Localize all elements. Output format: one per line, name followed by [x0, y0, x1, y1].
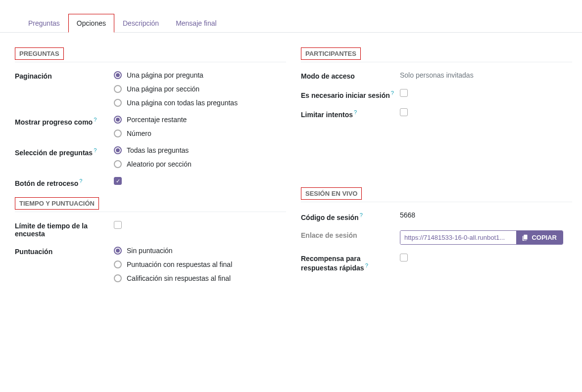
radio-label: Aleatorio por sección [127, 160, 192, 168]
tab-options[interactable]: Opciones [68, 14, 114, 33]
radio-icon [114, 261, 122, 268]
radio-icon [114, 116, 122, 124]
label-time-limit: Límite de tiempo de la encuesta [15, 221, 114, 238]
radio-pagination-per-question[interactable]: Una página por pregunta [114, 71, 286, 79]
label-login-required: Es necesario iniciar sesión? [301, 89, 400, 99]
left-column: PREGUNTAS Paginación Una página por preg… [15, 47, 286, 291]
checkbox-fast-reward[interactable] [400, 254, 408, 261]
field-access-mode: Modo de acceso Solo personas invitadas [301, 71, 572, 80]
session-link-input[interactable] [400, 231, 516, 244]
section-title-time-scoring: TIEMPO Y PUNTUACIÓN [15, 197, 99, 210]
radio-scoring-with-answers[interactable]: Puntuación con respuestas al final [114, 261, 286, 268]
section-live-session: SESIÓN EN VIVO Código de sesión? 5668 En… [301, 187, 572, 271]
help-icon[interactable]: ? [391, 90, 394, 96]
help-icon[interactable]: ? [94, 147, 97, 153]
copy-button-label: COPIAR [532, 234, 557, 241]
tabs-bar: Preguntas Opciones Descripción Mensaje f… [0, 0, 582, 33]
section-title-live-session: SESIÓN EN VIVO [301, 187, 362, 200]
help-icon[interactable]: ? [79, 178, 82, 184]
radio-progress-number[interactable]: Número [114, 130, 286, 137]
field-time-limit: Límite de tiempo de la encuesta [15, 221, 286, 238]
label-progress: Mostrar progreso como? [15, 116, 114, 126]
divider [15, 212, 286, 212]
copy-icon [522, 234, 529, 241]
radio-label: Una página con todas las preguntas [127, 99, 238, 107]
radio-scoring-none[interactable]: Sin puntuación [114, 247, 286, 255]
radio-label: Calificación sin respuestas al final [127, 274, 231, 282]
label-pagination: Paginación [15, 71, 114, 80]
label-back-button: Botón de retroceso? [15, 177, 114, 187]
help-icon[interactable]: ? [365, 262, 368, 268]
checkbox-login-required[interactable] [400, 89, 408, 97]
field-pagination: Paginación Una página por pregunta Una p… [15, 71, 286, 107]
radio-scoring-without-answers[interactable]: Calificación sin respuestas al final [114, 274, 286, 282]
radio-icon [114, 130, 122, 137]
copy-button[interactable]: COPIAR [516, 231, 563, 244]
checkbox-time-limit[interactable] [114, 221, 122, 229]
radio-label: Todas las preguntas [127, 146, 189, 154]
radio-pagination-per-section[interactable]: Una página por sección [114, 85, 286, 93]
help-icon[interactable]: ? [94, 117, 97, 123]
radio-selection-all[interactable]: Todas las preguntas [114, 146, 286, 154]
field-limit-attempts: Limitar intentos? [301, 108, 572, 119]
radio-label: Una página por pregunta [127, 71, 203, 79]
radio-label: Puntuación con respuestas al final [127, 261, 232, 268]
help-icon[interactable]: ? [360, 212, 363, 218]
field-back-button: Botón de retroceso? ✓ [15, 177, 286, 187]
radio-label: Sin puntuación [127, 247, 173, 255]
session-link-group: COPIAR [400, 230, 563, 245]
value-access-mode: Solo personas invitadas [400, 71, 572, 79]
options-panel: PREGUNTAS Paginación Una página por preg… [0, 33, 582, 306]
field-session-code: Código de sesión? 5668 [301, 211, 572, 221]
field-scoring: Puntuación Sin puntuación Puntuación con… [15, 247, 286, 282]
section-title-questions: PREGUNTAS [15, 47, 64, 60]
section-participants: PARTICIPANTES Modo de acceso Solo person… [301, 47, 572, 118]
label-session-link: Enlace de sesión [301, 230, 400, 239]
radio-selection-random[interactable]: Aleatorio por sección [114, 160, 286, 168]
radio-pagination-one-page[interactable]: Una página con todas las preguntas [114, 99, 286, 107]
field-login-required: Es necesario iniciar sesión? [301, 89, 572, 99]
checkbox-back-button[interactable]: ✓ [114, 177, 122, 185]
radio-icon [114, 85, 122, 93]
field-session-link: Enlace de sesión COPIAR [301, 230, 572, 245]
field-progress: Mostrar progreso como? Porcentaje restan… [15, 116, 286, 137]
radio-progress-percentage[interactable]: Porcentaje restante [114, 116, 286, 124]
section-time-scoring: TIEMPO Y PUNTUACIÓN Límite de tiempo de … [15, 197, 286, 282]
radio-icon [114, 99, 122, 107]
divider [15, 62, 286, 62]
tab-description[interactable]: Descripción [114, 14, 167, 33]
radio-label: Número [127, 130, 151, 137]
field-fast-reward: Recompensa para respuestas rápidas? [301, 254, 572, 272]
label-fast-reward: Recompensa para respuestas rápidas? [301, 254, 400, 272]
label-session-code: Código de sesión? [301, 211, 400, 221]
tab-questions[interactable]: Preguntas [20, 14, 68, 33]
divider [301, 202, 572, 202]
tab-final-message[interactable]: Mensaje final [167, 14, 225, 33]
checkbox-limit-attempts[interactable] [400, 108, 408, 116]
radio-icon [114, 71, 122, 79]
right-column: PARTICIPANTES Modo de acceso Solo person… [301, 47, 572, 291]
label-limit-attempts: Limitar intentos? [301, 108, 400, 119]
label-scoring: Puntuación [15, 247, 114, 256]
help-icon[interactable]: ? [354, 109, 357, 115]
radio-label: Porcentaje restante [127, 116, 187, 124]
radio-icon [114, 146, 122, 154]
radio-label: Una página por sección [127, 85, 199, 93]
radio-icon [114, 160, 122, 168]
section-questions: PREGUNTAS Paginación Una página por preg… [15, 47, 286, 187]
label-access-mode: Modo de acceso [301, 71, 400, 80]
field-selection: Selección de preguntas? Todas las pregun… [15, 146, 286, 168]
radio-icon [114, 274, 122, 282]
divider [301, 62, 572, 62]
value-session-code: 5668 [400, 211, 572, 219]
section-title-participants: PARTICIPANTES [301, 47, 361, 60]
label-selection: Selección de preguntas? [15, 146, 114, 157]
radio-icon [114, 247, 122, 255]
